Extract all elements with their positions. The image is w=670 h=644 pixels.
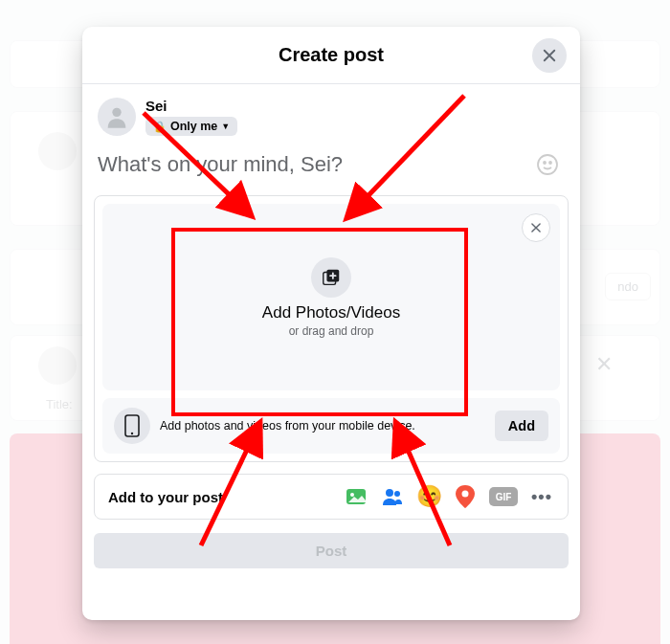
upload-subtitle: or drag and drop [289, 324, 374, 338]
svg-point-1 [538, 155, 557, 174]
modal-title: Create post [279, 44, 384, 66]
svg-point-9 [350, 493, 354, 497]
author-name: Sei [145, 98, 237, 114]
create-post-modal: Create post Sei 🔒 Only me ▼ What's on yo… [82, 27, 580, 620]
tag-people-icon[interactable] [380, 484, 405, 509]
avatar [98, 98, 136, 136]
mobile-upload-text: Add photos and videos from your mobile d… [160, 419, 485, 433]
mobile-upload-row: Add photos and videos from your mobile d… [102, 398, 560, 454]
close-icon [529, 221, 543, 234]
svg-point-3 [549, 162, 551, 164]
location-icon[interactable] [453, 484, 478, 509]
upload-panel: Add Photos/Videos or drag and drop Add p… [94, 195, 569, 462]
add-media-icon [311, 257, 351, 298]
add-to-post-row: Add to your post 😊 GIF ••• [94, 474, 569, 520]
author-meta: Sei 🔒 Only me ▼ [145, 98, 237, 136]
svg-point-12 [462, 491, 469, 498]
svg-point-7 [131, 433, 133, 434]
more-icon[interactable]: ••• [529, 484, 554, 509]
post-button[interactable]: Post [94, 533, 569, 568]
gif-icon[interactable]: GIF [489, 487, 518, 506]
chevron-down-icon: ▼ [221, 122, 230, 131]
photo-video-icon[interactable] [344, 484, 368, 509]
phone-icon [114, 408, 150, 444]
author-row: Sei 🔒 Only me ▼ [82, 84, 580, 142]
add-to-post-icons: 😊 GIF ••• [344, 484, 554, 509]
close-button[interactable] [532, 38, 567, 73]
upload-close-button[interactable] [522, 213, 550, 242]
close-icon [541, 47, 558, 64]
feeling-icon[interactable]: 😊 [416, 484, 441, 509]
compose-textarea[interactable]: What's on your mind, Sei? [98, 152, 530, 177]
lock-icon: 🔒 [153, 121, 167, 133]
svg-point-0 [112, 108, 121, 117]
svg-point-10 [386, 489, 393, 497]
upload-dropzone[interactable]: Add Photos/Videos or drag and drop [102, 204, 560, 390]
privacy-selector[interactable]: 🔒 Only me ▼ [145, 117, 237, 136]
svg-point-2 [544, 162, 546, 164]
upload-title: Add Photos/Videos [262, 303, 400, 322]
person-icon [103, 103, 130, 130]
smile-icon [536, 153, 559, 176]
emoji-button[interactable] [530, 147, 565, 182]
privacy-label: Only me [170, 120, 217, 133]
add-to-post-label: Add to your post [108, 489, 223, 505]
mobile-add-button[interactable]: Add [495, 411, 548, 441]
svg-point-11 [394, 491, 400, 497]
modal-header: Create post [82, 27, 580, 84]
compose-row: What's on your mind, Sei? [82, 142, 580, 195]
